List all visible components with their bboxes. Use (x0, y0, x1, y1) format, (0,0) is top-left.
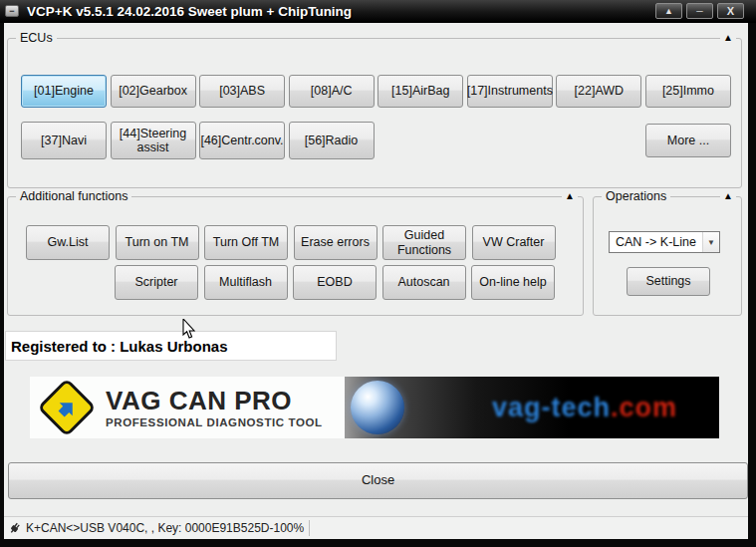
ecu-button-steering-assist[interactable]: [44]Steering assist (111, 122, 196, 159)
ecu-button-navi[interactable]: [37]Navi (21, 122, 107, 159)
settings-button[interactable]: Settings (627, 267, 710, 296)
diamond-logo-icon (37, 378, 96, 436)
online-help-button[interactable]: On-line help (471, 265, 555, 300)
ecus-collapse-icon[interactable]: ▲ (720, 32, 736, 44)
title-bar: − VCP+K v5.5.1 24.02.2016 Sweet plum + C… (0, 0, 756, 23)
brand-tagline: PROFESSIONAL DIAGNOSTIC TOOL (106, 416, 323, 428)
scripter-button[interactable]: Scripter (115, 265, 198, 300)
vw-crafter-button[interactable]: VW Crafter (472, 225, 556, 260)
turn-on-tm-button[interactable]: Turn on TM (116, 225, 199, 260)
ecus-group-label: ECUs (16, 31, 57, 45)
window-body: ECUs ▲ [01]Engine [02]Gearbox [03]ABS [0… (4, 23, 748, 539)
vag-can-pro-banner: VAG CAN PRO PROFESSIONAL DIAGNOSTIC TOOL… (30, 377, 719, 438)
eobd-button[interactable]: EOBD (293, 265, 377, 300)
minimize-button[interactable]: ─ (686, 3, 713, 19)
ecu-button-instruments[interactable]: [17]Instruments (467, 75, 553, 108)
close-button[interactable]: Close (8, 462, 748, 499)
erase-errors-button[interactable]: Erase errors (294, 225, 378, 260)
status-bar: K+CAN<>USB V040C, , Key: 0000E91B525D-10… (4, 516, 748, 539)
registered-to-field: Registered to : Lukas Urbonas (5, 331, 337, 361)
plug-icon (8, 521, 22, 535)
banner-text-block: VAG CAN PRO PROFESSIONAL DIAGNOSTIC TOOL (106, 388, 323, 428)
ecu-button-immo[interactable]: [25]Immo (645, 75, 731, 108)
website-tld: .com (611, 393, 677, 422)
chevron-down-icon: ▼ (702, 232, 719, 252)
app-window: − VCP+K v5.5.1 24.02.2016 Sweet plum + C… (0, 0, 756, 547)
multiflash-button[interactable]: Multiflash (204, 265, 288, 300)
autoscan-button[interactable]: Autoscan (382, 265, 466, 300)
window-controls: ▲ ─ X (655, 3, 744, 19)
more-ecus-button[interactable]: More ... (645, 124, 731, 157)
ecu-button-row-2: [37]Navi [44]Steering assist [46]Centr.c… (21, 122, 731, 159)
system-menu-icon[interactable]: − (5, 5, 19, 17)
operation-mode-value: CAN -> K-Line (610, 235, 702, 249)
banner-logo-section: VAG CAN PRO PROFESSIONAL DIAGNOSTIC TOOL (30, 377, 345, 438)
ecu-button-engine[interactable]: [01]Engine (21, 75, 107, 108)
ecu-button-row-1: [01]Engine [02]Gearbox [03]ABS [08]A/C [… (21, 75, 731, 108)
turn-off-tm-button[interactable]: Turn Off TM (204, 225, 288, 260)
operations-group-label: Operations (602, 189, 670, 203)
ecu-button-abs[interactable]: [03]ABS (199, 75, 285, 108)
status-text: K+CAN<>USB V040C, , Key: 0000E91B525D-10… (26, 521, 304, 535)
ecu-button-central-convenience[interactable]: [46]Centr.conv. (199, 122, 285, 159)
ecu-button-airbag[interactable]: [15]AirBag (378, 75, 463, 108)
additional-functions-label: Additional functions (16, 189, 131, 203)
close-window-button[interactable]: X (717, 3, 744, 19)
maximize-button[interactable]: ▲ (655, 3, 682, 19)
additional-functions-row-1: Gw.List Turn on TM Turn Off TM Erase err… (26, 225, 556, 260)
website-name: vag-tech (492, 393, 611, 422)
ecu-button-ac[interactable]: [08]A/C (289, 75, 375, 108)
ecu-button-radio[interactable]: [56]Radio (289, 122, 375, 159)
additional-functions-row-2: Scripter Multiflash EOBD Autoscan On-lin… (115, 265, 555, 300)
operations-group: Operations ▲ CAN -> K-Line ▼ Settings (593, 196, 742, 316)
ecu-button-awd[interactable]: [22]AWD (556, 75, 641, 108)
banner-dark-section: vag-tech.com (345, 377, 719, 438)
ecu-button-gearbox[interactable]: [02]Gearbox (111, 75, 196, 108)
operation-mode-dropdown[interactable]: CAN -> K-Line ▼ (609, 231, 720, 253)
website-text: vag-tech.com (492, 393, 677, 423)
additional-functions-collapse-icon[interactable]: ▲ (562, 190, 578, 202)
guided-functions-button[interactable]: Guided Functions (382, 225, 466, 260)
window-title: VCP+K v5.5.1 24.02.2016 Sweet plum + Chi… (27, 4, 352, 19)
gw-list-button[interactable]: Gw.List (26, 225, 110, 260)
globe-icon (351, 381, 404, 434)
arrow-down-right-icon (49, 390, 85, 425)
operations-collapse-icon[interactable]: ▲ (720, 190, 736, 202)
status-bar-divider (309, 520, 310, 536)
ecus-group: ECUs ▲ [01]Engine [02]Gearbox [03]ABS [0… (7, 38, 742, 188)
additional-functions-group: Additional functions ▲ Gw.List Turn on T… (7, 196, 584, 316)
brand-name: VAG CAN PRO (106, 388, 323, 413)
